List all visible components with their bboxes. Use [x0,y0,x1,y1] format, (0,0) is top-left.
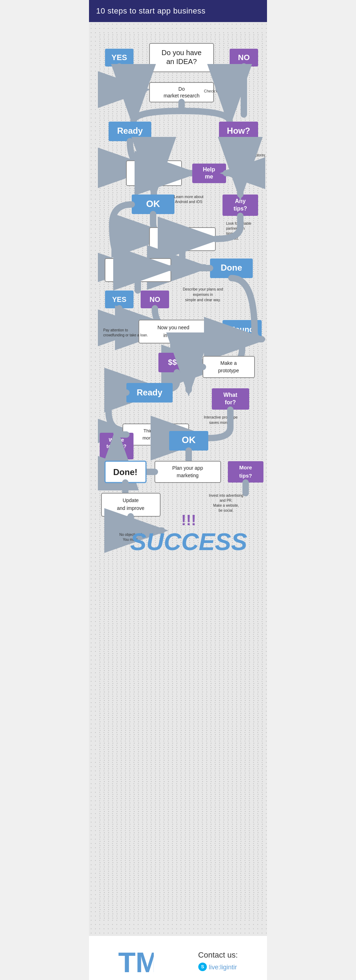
invest-note3: Make a website, [213,504,239,508]
done1-label: Done [221,263,242,272]
check-trends-note: Check out hot trends. [204,89,241,93]
contact-title: Contact us: [198,950,238,960]
make-prototype-line2: prototype [218,368,239,373]
learn-android-note: Learn more about [174,194,204,199]
ready1-label: Ready [117,126,143,135]
where-start-line1: Where [109,437,124,443]
svg-rect-37 [139,320,208,343]
where-start-line2: to start? [107,444,126,449]
svg-rect-46 [212,388,249,410]
ok2-label: OK [182,434,196,445]
svg-text:stores: stores [243,158,253,162]
ready2-label: Ready [137,388,163,397]
find-devs-line2: developers [170,240,195,246]
any-tips-line1: Any [235,198,246,204]
make-prototype-line1: Make a [220,360,237,366]
svg-rect-57 [101,493,160,516]
market-research-line2: market research [163,93,200,99]
found-label: Found [230,325,254,334]
infographic-container: Do you have an IDEA? YES NO Do market re… [93,29,263,929]
more-tips-line2: tips? [239,473,252,479]
svg-text:and competitors.: and competitors. [243,163,265,167]
tm-logo: TM [118,947,154,975]
idea-question-line1: Do you have [161,49,201,57]
contact-section: Contact us: S live:ligintir [198,950,238,971]
pay-attention-note1: Pay attention to [103,328,128,332]
invest-note1: Invest into advertising [209,493,244,498]
explore-note: Start exploring app [243,153,265,157]
market-research-line1: Do [178,86,185,92]
svg-rect-42 [203,356,255,378]
svg-text:S: S [201,964,204,969]
ok1-label: OK [146,199,160,209]
plan-marketing-line1: Plan your app [172,465,203,471]
done2-label: Done! [113,467,137,477]
footer: TM Contact us: S live:ligintir [89,936,267,980]
no1-label: NO [238,53,250,62]
header-title: 10 steps to start app business [96,6,205,15]
exclaim-label: !!! [181,512,196,528]
investors-line1: Now you need [157,325,189,330]
more-tips-line1: More [239,465,252,471]
invest-note4: be social. [219,509,233,512]
no2-label: NO [150,296,160,303]
describe-plans-note1: Describe your plans and [183,287,223,291]
money-label: $$$? [168,358,186,367]
svg-rect-23 [150,228,216,251]
monetization-line1: Think about [144,428,168,433]
what-for-line2: for? [225,399,236,406]
what-for-line1: What [223,392,238,398]
choose-type-line1: Choose [145,166,162,172]
monetization-line2: monetization [142,435,169,441]
describe-plans-note3: simple and clear way. [185,298,221,302]
tm-text: TM [118,947,154,975]
help-me-line2: me [205,173,213,180]
plan-marketing-line2: marketing [177,473,198,478]
svg-rect-51 [155,461,221,482]
main-content: Do you have an IDEA? YES NO Do market re… [89,22,267,936]
idea-question-line2: an IDEA? [166,57,197,65]
update-line1: Update [123,498,139,503]
help-me-line1: Help [203,166,216,172]
header-bar: 10 steps to start app business [89,0,267,22]
yes2-label: YES [112,296,126,303]
any-tips-line2: tips? [233,205,247,212]
tm-logo-svg: TM [118,947,154,975]
biz-plan-line2: business plan [123,269,152,275]
skype-text: live:ligintir [209,963,237,971]
skype-icon: S [198,963,207,971]
choose-type-line2: type of the app [137,172,171,178]
svg-text:Android and iOS: Android and iOS [175,199,202,204]
yes1-label: YES [112,53,127,62]
describe-plans-note2: expenses in [193,292,213,297]
update-line2: and improve [117,505,144,511]
biz-plan-line1: You can make [123,263,152,268]
invest-note2: and PR. [220,498,233,503]
skype-line: S live:ligintir [198,963,238,971]
success-label: SUCCESS [130,528,247,555]
page: 10 steps to start app business [89,0,267,980]
find-devs-line1: Time to find [169,232,195,238]
how-label: How? [227,126,250,135]
skype-handle: live:ligintir [209,964,237,971]
flowchart-svg: Do you have an IDEA? YES NO Do market re… [98,33,265,922]
investors-line2: investors [163,332,184,338]
pay-attention-note2: crowdfunding or take a loan. [103,333,148,337]
